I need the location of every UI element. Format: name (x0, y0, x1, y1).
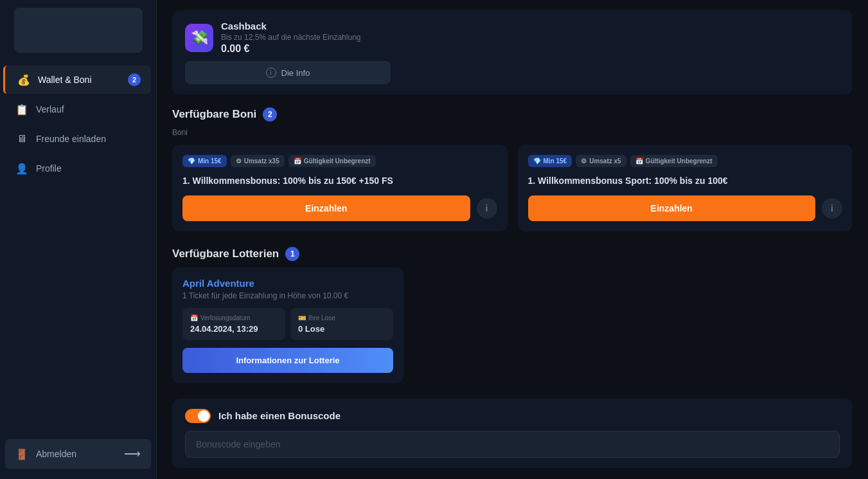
calendar-small-icon: 📅 (190, 314, 198, 321)
sidebar: 💰 Wallet & Boni 2 📋 Verlauf 🖥 Freunde ei… (0, 0, 157, 479)
logout-arrow-icon: ⟶ (124, 447, 141, 461)
ticket-icon: 🎫 (298, 314, 306, 321)
bonuscode-section: Ich habe einen Bonuscode (172, 399, 853, 468)
lottery-title: April Adventure (182, 278, 393, 289)
profile-icon: 👤 (15, 162, 28, 175)
boni-section-header: Verfügbare Boni 2 (172, 107, 853, 122)
sidebar-item-profile-label: Profile (36, 163, 62, 174)
lottery-card: April Adventure 1 Ticket für jede Einzah… (172, 267, 403, 383)
calendar-icon: 📅 (294, 158, 301, 165)
wallet-badge: 2 (128, 73, 141, 86)
sidebar-logo (14, 8, 143, 53)
lotterien-section-badge: 1 (285, 247, 299, 261)
sidebar-item-verlauf-label: Verlauf (36, 104, 64, 114)
gear-icon: ⚙ (236, 158, 242, 165)
cashback-title: Cashback (221, 21, 360, 32)
bonus-card-2-title: 1. Willkommensbonus Sport: 100% bis zu 1… (528, 175, 843, 188)
ihre-lose-value: 0 Lose (298, 324, 385, 334)
bonuscode-input[interactable] (185, 431, 840, 458)
bonus-tag-umsatz-2: ⚙ Umsatz x5 (576, 155, 626, 167)
verlauf-icon: 📋 (15, 103, 28, 116)
sidebar-item-wallet[interactable]: 💰 Wallet & Boni 2 (3, 66, 151, 94)
bonus-card-2: 💎 Min 15€ ⚙ Umsatz x5 📅 Gültigkeit Unbeg… (518, 145, 853, 231)
cashback-info-button-label: Die Info (281, 68, 310, 78)
cashback-info-button[interactable]: i Die Info (185, 61, 391, 84)
sidebar-item-wallet-label: Wallet & Boni (38, 75, 92, 85)
bonus-cards-grid: 💎 Min 15€ ⚙ Umsatz x35 📅 Gültigkeit Unbe… (172, 145, 853, 231)
cashback-info: Cashback Bis zu 12,5% auf die nächste Ei… (221, 21, 360, 55)
info-circle-icon: i (266, 68, 276, 78)
lottery-verlosungsdatum-cell: 📅 Verlosungsdatum 24.04.2024, 13:29 (182, 308, 285, 340)
einzahlen-button-1[interactable]: Einzahlen (182, 195, 470, 221)
bonus-info-button-1[interactable]: i (477, 198, 497, 219)
einzahlen-button-2[interactable]: Einzahlen (528, 195, 816, 221)
ihre-lose-label: 🎫 Ihre Lose (298, 314, 385, 321)
bonus-card-1-title: 1. Willkommensbonus: 100% bis zu 150€ +1… (182, 175, 497, 188)
lotterien-section-header: Verfügbare Lotterien 1 (172, 247, 853, 261)
bonus-tag-gueltigkeit-2: 📅 Gültigkeit Unbegrenzt (630, 155, 718, 167)
wallet-icon: 💰 (17, 73, 30, 86)
bonuscode-toggle[interactable] (185, 409, 211, 423)
lotterien-section: Verfügbare Lotterien 1 April Adventure 1… (172, 247, 853, 383)
cashback-subtitle: Bis zu 12,5% auf die nächste Einzahlung (221, 33, 360, 42)
sidebar-item-verlauf[interactable]: 📋 Verlauf (5, 95, 151, 123)
bonuscode-header: Ich habe einen Bonuscode (185, 409, 840, 423)
verlosungsdatum-value: 24.04.2024, 13:29 (190, 324, 278, 334)
logout-icon: 🚪 (15, 447, 28, 460)
lottery-info-button[interactable]: Informationen zur Lotterie (182, 348, 393, 373)
verlosungsdatum-label: 📅 Verlosungsdatum (190, 314, 278, 321)
bonuscode-label: Ich habe einen Bonuscode (218, 410, 341, 421)
calendar-icon-2: 📅 (635, 158, 643, 165)
sidebar-item-freunde-label: Freunde einladen (36, 134, 106, 144)
cashback-icon: 💸 (185, 24, 213, 52)
lottery-info-grid: 📅 Verlosungsdatum 24.04.2024, 13:29 🎫 Ih… (182, 308, 393, 340)
cashback-card: 💸 Cashback Bis zu 12,5% auf die nächste … (172, 10, 853, 95)
bonus-card-1-tags: 💎 Min 15€ ⚙ Umsatz x35 📅 Gültigkeit Unbe… (182, 155, 497, 167)
logout-button[interactable]: 🚪 Abmelden ⟶ (5, 439, 151, 469)
boni-section-title: Verfügbare Boni (172, 108, 256, 121)
bonus-card-2-tags: 💎 Min 15€ ⚙ Umsatz x5 📅 Gültigkeit Unbeg… (528, 155, 843, 167)
lottery-lose-cell: 🎫 Ihre Lose 0 Lose (290, 308, 393, 340)
sidebar-navigation: 💰 Wallet & Boni 2 📋 Verlauf 🖥 Freunde ei… (0, 60, 156, 188)
logout-label: Abmelden (36, 449, 76, 459)
bonus-card-2-actions: Einzahlen i (528, 195, 843, 221)
lotterien-section-title: Verfügbare Lotterien (172, 248, 279, 260)
cashback-header: 💸 Cashback Bis zu 12,5% auf die nächste … (185, 21, 840, 55)
bonus-tag-min: 💎 Min 15€ (182, 155, 227, 167)
bonus-card-1: 💎 Min 15€ ⚙ Umsatz x35 📅 Gültigkeit Unbe… (172, 145, 508, 231)
main-content: 💸 Cashback Bis zu 12,5% auf die nächste … (157, 0, 868, 479)
lottery-subtitle: 1 Ticket für jede Einzahlung in Höhe von… (182, 291, 393, 300)
freunde-icon: 🖥 (15, 132, 28, 145)
bonus-card-1-actions: Einzahlen i (182, 195, 497, 221)
diamond-icon: 💎 (188, 158, 195, 165)
gear-icon-2: ⚙ (581, 158, 587, 165)
sidebar-item-profile[interactable]: 👤 Profile (5, 154, 151, 183)
boni-section-badge: 2 (263, 107, 277, 122)
diamond-icon-2: 💎 (533, 158, 541, 165)
bonus-tag-gueltigkeit: 📅 Gültigkeit Unbegrenzt (288, 155, 376, 167)
boni-label: Boni (172, 128, 853, 137)
cashback-amount: 0.00 € (221, 43, 360, 55)
bonus-tag-umsatz: ⚙ Umsatz x35 (231, 155, 285, 167)
sidebar-bottom: 🚪 Abmelden ⟶ (0, 429, 156, 479)
bonus-tag-min-2: 💎 Min 15€ (528, 155, 572, 167)
sidebar-item-freunde[interactable]: 🖥 Freunde einladen (5, 125, 151, 153)
bonus-info-button-2[interactable]: i (822, 198, 842, 219)
